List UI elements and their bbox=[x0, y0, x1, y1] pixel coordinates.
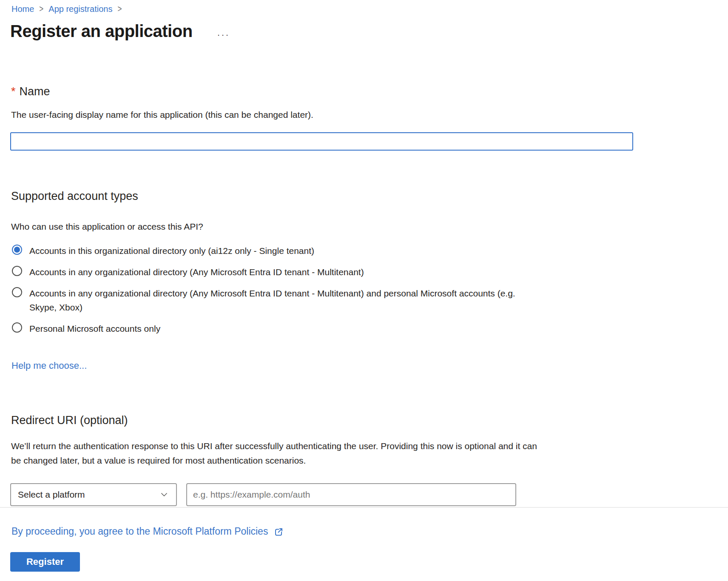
name-field-label: *Name bbox=[11, 85, 728, 98]
radio-button-icon bbox=[12, 266, 22, 276]
radio-personal-only[interactable]: Personal Microsoft accounts only bbox=[12, 322, 728, 336]
account-type-radio-group: Accounts in this organizational director… bbox=[12, 244, 728, 336]
radio-label: Personal Microsoft accounts only bbox=[29, 322, 160, 336]
help-me-choose-link[interactable]: Help me choose... bbox=[11, 360, 87, 371]
name-field-description: The user-facing display name for this ap… bbox=[11, 110, 728, 120]
breadcrumb: Home > App registrations > bbox=[0, 0, 728, 14]
chevron-down-icon bbox=[161, 491, 168, 498]
platform-policies-link-text: By proceeding, you agree to the Microsof… bbox=[11, 526, 268, 537]
breadcrumb-app-registrations-link[interactable]: App registrations bbox=[48, 4, 112, 14]
account-types-question: Who can use this application or access t… bbox=[11, 222, 728, 232]
page-title: Register an application bbox=[10, 22, 193, 41]
radio-single-tenant[interactable]: Accounts in this organizational director… bbox=[12, 244, 728, 258]
register-application-page: Home > App registrations > Register an a… bbox=[0, 0, 728, 507]
redirect-uri-input[interactable] bbox=[186, 483, 516, 506]
chevron-right-icon: > bbox=[39, 4, 43, 14]
register-button[interactable]: Register bbox=[10, 552, 80, 572]
more-menu-button[interactable]: ··· bbox=[217, 30, 230, 39]
platform-select[interactable]: Select a platform bbox=[10, 483, 177, 506]
radio-button-icon bbox=[12, 287, 22, 297]
redirect-uri-description: We’ll return the authentication response… bbox=[11, 439, 540, 468]
chevron-right-icon: > bbox=[117, 4, 122, 14]
radio-label: Accounts in any organizational directory… bbox=[29, 286, 523, 314]
platform-select-value: Select a platform bbox=[18, 490, 85, 500]
radio-button-icon bbox=[12, 322, 22, 333]
required-asterisk: * bbox=[11, 85, 16, 98]
radio-button-icon bbox=[12, 245, 22, 255]
breadcrumb-home-link[interactable]: Home bbox=[11, 4, 34, 14]
footer-bar: By proceeding, you agree to the Microsof… bbox=[0, 507, 728, 572]
radio-multitenant[interactable]: Accounts in any organizational directory… bbox=[12, 265, 728, 279]
title-row: Register an application ··· bbox=[10, 22, 728, 41]
radio-multitenant-personal[interactable]: Accounts in any organizational directory… bbox=[12, 286, 728, 314]
redirect-uri-row: Select a platform bbox=[10, 483, 728, 506]
radio-label: Accounts in this organizational director… bbox=[29, 244, 314, 258]
radio-label: Accounts in any organizational directory… bbox=[29, 265, 364, 279]
app-name-input[interactable] bbox=[10, 132, 633, 151]
external-link-icon bbox=[273, 527, 284, 537]
supported-account-types-heading: Supported account types bbox=[11, 190, 728, 203]
redirect-uri-heading: Redirect URI (optional) bbox=[11, 414, 728, 427]
platform-policies-link[interactable]: By proceeding, you agree to the Microsof… bbox=[11, 526, 284, 537]
name-label-text: Name bbox=[20, 85, 50, 98]
